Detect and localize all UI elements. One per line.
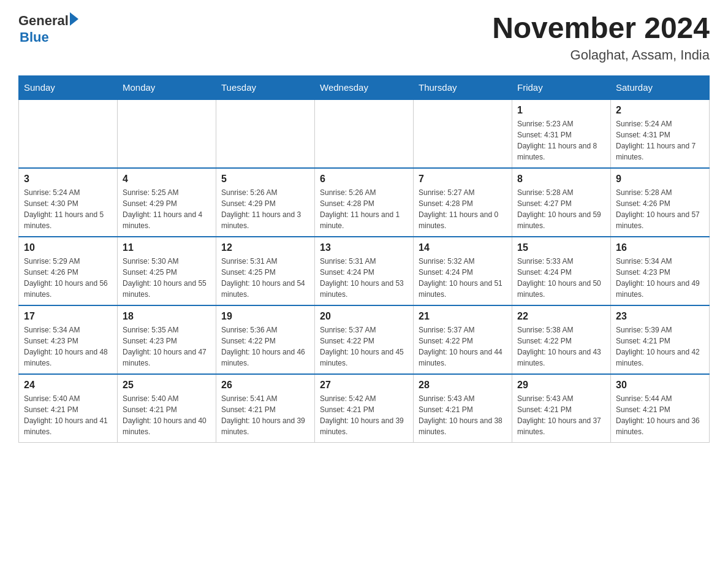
day-number: 23 [616,311,704,322]
day-number: 4 [123,174,211,185]
logo-blue-text: Blue [20,29,49,45]
calendar-cell: 20Sunrise: 5:37 AM Sunset: 4:22 PM Dayli… [315,305,414,374]
day-number: 10 [24,242,112,253]
day-info: Sunrise: 5:34 AM Sunset: 4:23 PM Dayligh… [616,256,704,300]
day-number: 26 [221,380,309,391]
day-info: Sunrise: 5:44 AM Sunset: 4:21 PM Dayligh… [616,393,704,437]
day-number: 28 [419,380,507,391]
calendar-week-row-1: 1Sunrise: 5:23 AM Sunset: 4:31 PM Daylig… [19,99,710,168]
day-info: Sunrise: 5:23 AM Sunset: 4:31 PM Dayligh… [517,118,605,163]
calendar-weekday-sunday: Sunday [19,75,118,99]
calendar-week-row-3: 10Sunrise: 5:29 AM Sunset: 4:26 PM Dayli… [19,237,710,305]
day-info: Sunrise: 5:33 AM Sunset: 4:24 PM Dayligh… [517,256,605,300]
calendar-cell: 2Sunrise: 5:24 AM Sunset: 4:31 PM Daylig… [611,99,710,168]
calendar-cell: 1Sunrise: 5:23 AM Sunset: 4:31 PM Daylig… [512,99,611,168]
day-number: 6 [320,174,408,185]
calendar-cell: 14Sunrise: 5:32 AM Sunset: 4:24 PM Dayli… [414,237,512,305]
day-number: 29 [517,380,605,391]
logo-arrow-icon [70,12,78,26]
day-number: 5 [221,174,309,185]
calendar-table: SundayMondayTuesdayWednesdayThursdayFrid… [18,75,710,443]
calendar-cell: 27Sunrise: 5:42 AM Sunset: 4:21 PM Dayli… [315,374,414,443]
day-number: 1 [517,105,605,116]
calendar-cell: 6Sunrise: 5:26 AM Sunset: 4:28 PM Daylig… [315,168,414,237]
calendar-cell: 28Sunrise: 5:43 AM Sunset: 4:21 PM Dayli… [414,374,512,443]
calendar-cell: 22Sunrise: 5:38 AM Sunset: 4:22 PM Dayli… [512,305,611,374]
day-number: 21 [419,311,507,322]
day-number: 18 [123,311,211,322]
day-number: 30 [616,380,704,391]
calendar-header-row: SundayMondayTuesdayWednesdayThursdayFrid… [19,75,710,99]
day-number: 24 [24,380,112,391]
calendar-cell: 4Sunrise: 5:25 AM Sunset: 4:29 PM Daylig… [118,168,216,237]
day-info: Sunrise: 5:27 AM Sunset: 4:28 PM Dayligh… [419,187,507,231]
day-number: 8 [517,174,605,185]
calendar-cell: 30Sunrise: 5:44 AM Sunset: 4:21 PM Dayli… [611,374,710,443]
calendar-cell: 24Sunrise: 5:40 AM Sunset: 4:21 PM Dayli… [19,374,118,443]
day-info: Sunrise: 5:25 AM Sunset: 4:29 PM Dayligh… [123,187,211,231]
calendar-cell [216,99,315,168]
location-title: Golaghat, Assam, India [492,47,710,63]
day-info: Sunrise: 5:37 AM Sunset: 4:22 PM Dayligh… [419,324,507,369]
day-number: 2 [616,105,704,116]
calendar-cell: 15Sunrise: 5:33 AM Sunset: 4:24 PM Dayli… [512,237,611,305]
day-number: 3 [24,174,112,185]
calendar-week-row-5: 24Sunrise: 5:40 AM Sunset: 4:21 PM Dayli… [19,374,710,443]
page-header: General Blue November 2024 Golaghat, Ass… [18,12,710,63]
day-number: 20 [320,311,408,322]
day-info: Sunrise: 5:29 AM Sunset: 4:26 PM Dayligh… [24,256,112,300]
day-info: Sunrise: 5:32 AM Sunset: 4:24 PM Dayligh… [419,256,507,300]
day-info: Sunrise: 5:35 AM Sunset: 4:23 PM Dayligh… [123,324,211,369]
calendar-week-row-4: 17Sunrise: 5:34 AM Sunset: 4:23 PM Dayli… [19,305,710,374]
day-number: 12 [221,242,309,253]
day-info: Sunrise: 5:38 AM Sunset: 4:22 PM Dayligh… [517,324,605,369]
day-number: 27 [320,380,408,391]
calendar-weekday-monday: Monday [118,75,216,99]
calendar-cell: 3Sunrise: 5:24 AM Sunset: 4:30 PM Daylig… [19,168,118,237]
calendar-cell [315,99,414,168]
calendar-weekday-tuesday: Tuesday [216,75,315,99]
day-number: 25 [123,380,211,391]
calendar-cell: 10Sunrise: 5:29 AM Sunset: 4:26 PM Dayli… [19,237,118,305]
day-number: 11 [123,242,211,253]
day-info: Sunrise: 5:24 AM Sunset: 4:31 PM Dayligh… [616,118,704,163]
day-info: Sunrise: 5:28 AM Sunset: 4:27 PM Dayligh… [517,187,605,231]
day-info: Sunrise: 5:39 AM Sunset: 4:21 PM Dayligh… [616,324,704,369]
calendar-cell: 25Sunrise: 5:40 AM Sunset: 4:21 PM Dayli… [118,374,216,443]
calendar-weekday-thursday: Thursday [414,75,512,99]
day-info: Sunrise: 5:34 AM Sunset: 4:23 PM Dayligh… [24,324,112,369]
day-number: 13 [320,242,408,253]
calendar-cell [118,99,216,168]
day-info: Sunrise: 5:41 AM Sunset: 4:21 PM Dayligh… [221,393,309,437]
title-block: November 2024 Golaghat, Assam, India [492,12,710,63]
calendar-cell [414,99,512,168]
day-info: Sunrise: 5:26 AM Sunset: 4:28 PM Dayligh… [320,187,408,231]
day-number: 16 [616,242,704,253]
day-info: Sunrise: 5:26 AM Sunset: 4:29 PM Dayligh… [221,187,309,231]
calendar-cell: 13Sunrise: 5:31 AM Sunset: 4:24 PM Dayli… [315,237,414,305]
logo: General Blue [18,12,78,45]
day-info: Sunrise: 5:28 AM Sunset: 4:26 PM Dayligh… [616,187,704,231]
day-info: Sunrise: 5:43 AM Sunset: 4:21 PM Dayligh… [419,393,507,437]
day-number: 9 [616,174,704,185]
day-info: Sunrise: 5:36 AM Sunset: 4:22 PM Dayligh… [221,324,309,369]
calendar-cell: 11Sunrise: 5:30 AM Sunset: 4:25 PM Dayli… [118,237,216,305]
logo-general-text: General [18,13,69,29]
calendar-cell: 12Sunrise: 5:31 AM Sunset: 4:25 PM Dayli… [216,237,315,305]
day-number: 7 [419,174,507,185]
day-info: Sunrise: 5:24 AM Sunset: 4:30 PM Dayligh… [24,187,112,231]
day-number: 15 [517,242,605,253]
month-title: November 2024 [492,12,710,45]
day-info: Sunrise: 5:31 AM Sunset: 4:24 PM Dayligh… [320,256,408,300]
day-info: Sunrise: 5:37 AM Sunset: 4:22 PM Dayligh… [320,324,408,369]
day-info: Sunrise: 5:40 AM Sunset: 4:21 PM Dayligh… [123,393,211,437]
calendar-weekday-friday: Friday [512,75,611,99]
calendar-cell: 17Sunrise: 5:34 AM Sunset: 4:23 PM Dayli… [19,305,118,374]
calendar-week-row-2: 3Sunrise: 5:24 AM Sunset: 4:30 PM Daylig… [19,168,710,237]
day-info: Sunrise: 5:42 AM Sunset: 4:21 PM Dayligh… [320,393,408,437]
day-info: Sunrise: 5:30 AM Sunset: 4:25 PM Dayligh… [123,256,211,300]
calendar-cell: 16Sunrise: 5:34 AM Sunset: 4:23 PM Dayli… [611,237,710,305]
calendar-cell: 9Sunrise: 5:28 AM Sunset: 4:26 PM Daylig… [611,168,710,237]
day-info: Sunrise: 5:43 AM Sunset: 4:21 PM Dayligh… [517,393,605,437]
calendar-weekday-saturday: Saturday [611,75,710,99]
